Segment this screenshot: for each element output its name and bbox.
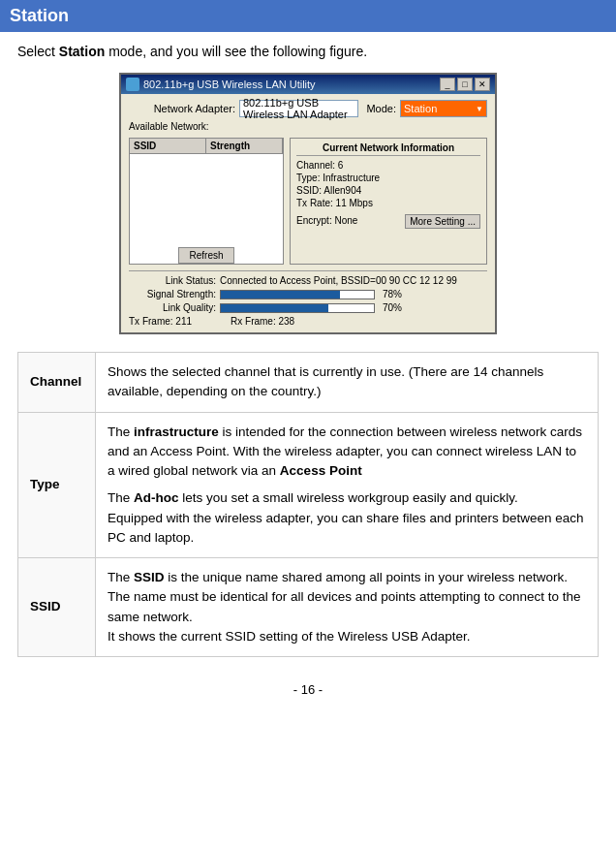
intro-paragraph: Select Station mode, and you will see th… — [17, 44, 599, 59]
refresh-button[interactable]: Refresh — [178, 247, 233, 264]
screenshot-titlebar: 802.11b+g USB Wireless LAN Utility _ □ ✕ — [121, 75, 495, 94]
titlebar-controls[interactable]: _ □ ✕ — [440, 78, 490, 91]
encrypt-label-val: Encrypt: None — [296, 215, 357, 226]
table-row-channel: Channel Shows the selected channel that … — [18, 353, 599, 413]
term-ssid: SSID — [18, 558, 96, 657]
page-number: - 16 - — [293, 682, 323, 697]
tx-label: Tx Frame: 211 — [129, 316, 192, 327]
bold-adhoc: Ad-hoc — [134, 490, 179, 505]
quality-label: Link Quality: — [129, 302, 216, 313]
bold-access-point: Access Point — [280, 463, 362, 478]
adapter-row: Network Adapter: 802.11b+g USB Wireless … — [129, 100, 487, 117]
bold-ssid: SSID — [134, 570, 165, 584]
screenshot: 802.11b+g USB Wireless LAN Utility _ □ ✕… — [119, 73, 497, 334]
refresh-btn-container: Refresh — [130, 247, 283, 264]
intro-text-after: mode, and you will see the following fig… — [105, 44, 367, 59]
screenshot-body: Network Adapter: 802.11b+g USB Wireless … — [121, 94, 495, 332]
quality-row: Link Quality: 70% — [129, 302, 487, 313]
channel-row: Channel: 6 — [296, 160, 480, 171]
bold-infrastructure: infrastructure — [134, 424, 219, 439]
desc-ssid: The SSID is the unique name shared among… — [96, 558, 599, 657]
current-network-title: Current Network Information — [296, 142, 480, 156]
minimize-button[interactable]: _ — [440, 78, 455, 91]
page-footer: - 16 - — [0, 673, 616, 707]
col-strength-header: Strength — [206, 139, 283, 153]
available-network-label: Available Network: — [129, 121, 487, 132]
quality-bar-fill — [221, 304, 328, 312]
app-icon — [126, 78, 139, 91]
titlebar-text: 802.11b+g USB Wireless LAN Utility — [143, 79, 316, 90]
type-row: Type: Infrastructure — [296, 173, 480, 183]
tx-rx-row: Tx Frame: 211 Rx Frame: 238 — [129, 316, 487, 327]
mode-dropdown[interactable]: Station ▼ — [400, 100, 487, 117]
signal-pct: 78% — [383, 289, 402, 299]
table-row-ssid: SSID The SSID is the unique name shared … — [18, 558, 599, 657]
desc-type: The infrastructure is intended for the c… — [96, 412, 599, 558]
link-status-label: Link Status: — [129, 275, 216, 286]
mode-label: Mode: — [366, 103, 396, 114]
term-type: Type — [18, 412, 96, 558]
intro-text-before: Select — [17, 44, 59, 59]
ssid-list-body — [130, 154, 283, 241]
close-button[interactable]: ✕ — [475, 78, 490, 91]
desc-channel: Shows the selected channel that is curre… — [96, 353, 599, 413]
page-body: Select Station mode, and you will see th… — [0, 32, 616, 669]
signal-row: Signal Strength: 78% — [129, 289, 487, 299]
info-table: Channel Shows the selected channel that … — [17, 352, 599, 657]
more-setting-button[interactable]: More Setting ... — [405, 214, 480, 229]
current-network-panel: Current Network Information Channel: 6 T… — [290, 138, 487, 265]
two-col-area: SSID Strength Refresh Current Network In… — [129, 138, 487, 265]
signal-label: Signal Strength: — [129, 289, 216, 299]
signal-bar — [220, 290, 375, 299]
signal-bar-fill — [221, 291, 340, 299]
screenshot-container: 802.11b+g USB Wireless LAN Utility _ □ ✕… — [17, 73, 599, 334]
term-channel: Channel — [18, 353, 96, 413]
mode-dropdown-arrow: ▼ — [476, 105, 483, 113]
link-status-row: Link Status: Connected to Access Point, … — [129, 275, 487, 286]
quality-bar — [220, 303, 375, 313]
table-row-type: Type The infrastructure is intended for … — [18, 412, 599, 558]
quality-pct: 70% — [383, 302, 402, 313]
link-status-value: Connected to Access Point, BSSID=00 90 C… — [220, 275, 457, 286]
adapter-value: 802.11b+g USB Wireless LAN Adapter — [239, 100, 358, 117]
ssid-list-header: SSID Strength — [130, 139, 283, 154]
status-section: Link Status: Connected to Access Point, … — [129, 270, 487, 327]
titlebar-title: 802.11b+g USB Wireless LAN Utility — [126, 78, 316, 91]
page-title: Station — [10, 6, 606, 26]
maximize-button[interactable]: □ — [457, 78, 473, 91]
ssid-row: SSID: Allen904 — [296, 185, 480, 196]
intro-bold: Station — [59, 44, 105, 59]
txrate-row: Tx Rate: 11 Mbps — [296, 198, 480, 208]
col-ssid-header: SSID — [130, 139, 206, 153]
ssid-list-panel: SSID Strength Refresh — [129, 138, 284, 265]
encrypt-row: Encrypt: None More Setting ... — [296, 212, 480, 229]
adapter-label: Network Adapter: — [129, 103, 235, 114]
page-header: Station — [0, 0, 616, 32]
rx-label: Rx Frame: 238 — [231, 316, 294, 327]
